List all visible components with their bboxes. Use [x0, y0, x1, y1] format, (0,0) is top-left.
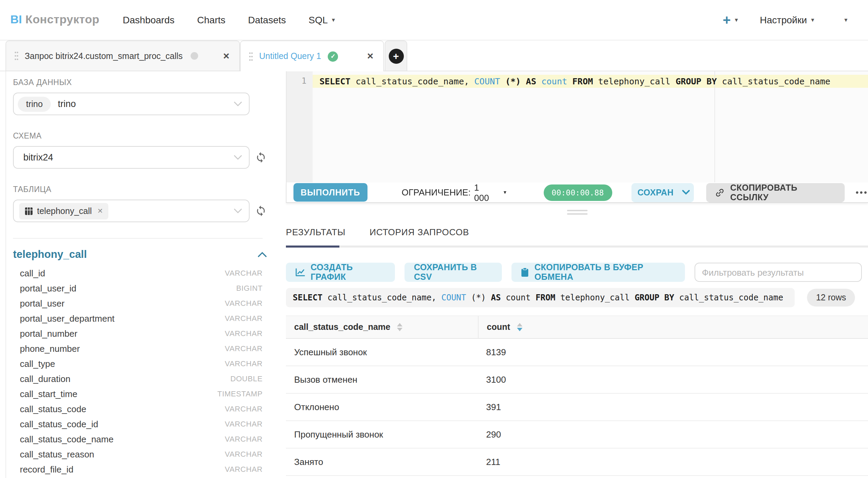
- column-name: call_status_code_id: [20, 419, 98, 429]
- plus-icon: +: [723, 13, 731, 27]
- schema-column-row: record_file_idVARCHAR: [13, 462, 263, 477]
- table-cell: Занято: [286, 449, 478, 475]
- clipboard-icon: [521, 267, 529, 277]
- brand-bi: BI: [10, 13, 22, 27]
- schema-value: bitrix24: [23, 152, 53, 163]
- editor-content[interactable]: SELECT call_status_code_name, COUNT (*) …: [313, 71, 868, 182]
- editor-toolbar: ВЫПОЛНИТЬ ОГРАНИЧЕНИЕ: 1 000 ▾ 00:00:00.…: [286, 182, 868, 203]
- sql-editor[interactable]: 1 SELECT call_status_code_name, COUNT (*…: [286, 71, 868, 182]
- table-cell: Вызов отменен: [286, 366, 478, 393]
- results-tab-underline: [286, 246, 868, 248]
- save-csv-button[interactable]: СОХРАНИТЬ В CSV: [404, 263, 502, 282]
- link-icon: [715, 188, 725, 197]
- chevron-down-icon: [234, 155, 242, 160]
- column-type: VARCHAR: [225, 359, 263, 368]
- active-tab-indicator: [286, 246, 339, 248]
- column-name: call_type: [20, 358, 55, 369]
- run-query-button[interactable]: ВЫПОЛНИТЬ: [293, 183, 367, 202]
- table-cell: Пропущенный звонок: [286, 421, 478, 448]
- brand-logo[interactable]: BI Конструктор: [10, 13, 99, 27]
- editor-gutter: 1: [287, 71, 313, 182]
- results-table: call_status_code_name count Успешный зво…: [286, 315, 868, 476]
- column-type: VARCHAR: [225, 269, 263, 277]
- column-name: call_duration: [20, 373, 70, 384]
- schema-column-row: call_status_reasonVARCHAR: [13, 446, 263, 462]
- success-check-icon: ✓: [328, 51, 338, 61]
- top-navbar: BI Конструктор Dashboards Charts Dataset…: [0, 0, 868, 40]
- table-cell: 290: [478, 421, 868, 448]
- query-tab-2-active[interactable]: Untitled Query 1 ✓ ✕: [240, 40, 384, 71]
- copy-link-button[interactable]: СКОПИРОВАТЬ ССЫЛКУ: [707, 183, 845, 202]
- schema-column-row: call_status_codeVARCHAR: [13, 401, 263, 416]
- column-name: phone_number: [20, 343, 80, 354]
- table-select[interactable]: telephony_call ✕: [13, 200, 250, 222]
- row-limit-dropdown[interactable]: ОГРАНИЧЕНИЕ: 1 000 ▾: [402, 182, 507, 203]
- table-chip-label: telephony_call: [37, 206, 92, 216]
- new-item-dropdown[interactable]: + ▾: [723, 13, 738, 27]
- database-select[interactable]: trino trino: [13, 93, 250, 115]
- settings-dropdown[interactable]: Настройки ▾: [760, 14, 814, 25]
- save-query-split-button[interactable]: СОХРАН: [631, 183, 694, 202]
- table-cell: Отклонено: [286, 394, 478, 420]
- table-cell: 3100: [478, 366, 868, 393]
- table-schema-header[interactable]: telephony_call: [13, 248, 267, 261]
- database-value: trino: [58, 99, 76, 109]
- table-row: Занято211: [286, 449, 868, 476]
- tab-status-dot: [191, 52, 198, 60]
- pane-resizer-handle[interactable]: [286, 210, 868, 215]
- save-options-chevron-icon[interactable]: [676, 190, 694, 195]
- schema-label: СХЕМА: [13, 132, 286, 140]
- schema-column-row: phone_numberVARCHAR: [13, 341, 263, 356]
- nav-item-charts[interactable]: Charts: [197, 14, 225, 25]
- column-header-status-name[interactable]: call_status_code_name: [286, 316, 478, 338]
- create-chart-label: СОЗДАТЬ ГРАФИК: [311, 263, 385, 282]
- schema-column-row: call_status_code_nameVARCHAR: [13, 431, 263, 446]
- query-tab-2-label: Untitled Query 1: [259, 51, 321, 61]
- results-table-body: Успешный звонок8139Вызов отменен3100Откл…: [286, 339, 868, 476]
- brand-name: Конструктор: [25, 13, 99, 27]
- create-chart-button[interactable]: СОЗДАТЬ ГРАФИК: [286, 263, 395, 282]
- nav-item-sql[interactable]: SQL ▾: [309, 14, 335, 25]
- query-tabbar: Запрос bitrix24.custom_smart_proc_calls …: [0, 40, 868, 71]
- nav-item-dashboards[interactable]: Dashboards: [123, 14, 174, 25]
- drag-handle-icon[interactable]: [14, 51, 19, 61]
- refresh-schemas-icon[interactable]: [255, 152, 267, 163]
- column-type: VARCHAR: [225, 450, 263, 458]
- column-name: call_status_code: [20, 404, 86, 414]
- user-menu-chevron-icon[interactable]: ▾: [844, 16, 847, 23]
- new-tab-button[interactable]: +: [385, 40, 407, 71]
- tab-results[interactable]: РЕЗУЛЬТАТЫ: [286, 227, 346, 237]
- drag-handle-icon[interactable]: [249, 51, 253, 61]
- column-header-count[interactable]: count: [478, 316, 868, 338]
- query-tab-1[interactable]: Запрос bitrix24.custom_smart_proc_calls …: [5, 40, 240, 71]
- sidebar-divider: [13, 238, 263, 239]
- column-type: DOUBLE: [230, 374, 263, 383]
- schema-column-row: portal_numberVARCHAR: [13, 326, 263, 341]
- refresh-tables-icon[interactable]: [255, 205, 267, 217]
- table-cell: Успешный звонок: [286, 339, 478, 366]
- chevron-down-icon: ▾: [735, 16, 738, 23]
- executed-query-preview: SELECT call_status_code_name, COUNT (*) …: [286, 288, 795, 307]
- column-name: portal_user: [20, 298, 64, 308]
- table-row: Успешный звонок8139: [286, 339, 868, 366]
- column-type: VARCHAR: [225, 344, 263, 352]
- close-icon[interactable]: ✕: [221, 50, 231, 62]
- tab-query-history[interactable]: ИСТОРИЯ ЗАПРОСОВ: [370, 227, 469, 237]
- close-icon[interactable]: ✕: [365, 50, 375, 62]
- filter-results-input[interactable]: [695, 263, 862, 282]
- remove-table-icon[interactable]: ✕: [97, 207, 103, 215]
- schema-column-row: call_typeVARCHAR: [13, 356, 263, 371]
- datasource-sidebar: БАЗА ДАННЫХ trino trino СХЕМА bitrix24: [5, 71, 286, 478]
- nav-item-datasets[interactable]: Datasets: [248, 14, 286, 25]
- schema-select[interactable]: bitrix24: [13, 146, 250, 169]
- column-name: call_start_time: [20, 389, 77, 399]
- column-type: VARCHAR: [225, 435, 263, 443]
- table-row: Вызов отменен3100: [286, 366, 868, 394]
- table-row: Пропущенный звонок290: [286, 421, 868, 449]
- row-limit-value: 1 000: [474, 182, 494, 203]
- results-tabs: РЕЗУЛЬТАТЫ ИСТОРИЯ ЗАПРОСОВ: [286, 225, 868, 239]
- column-list: call_idVARCHARportal_user_idBIGINTportal…: [13, 265, 286, 477]
- copy-to-clipboard-button[interactable]: СКОПИРОВАТЬ В БУФЕР ОБМЕНА: [512, 263, 685, 282]
- column-name: portal_number: [20, 328, 77, 338]
- more-actions-icon[interactable]: •••: [856, 187, 868, 198]
